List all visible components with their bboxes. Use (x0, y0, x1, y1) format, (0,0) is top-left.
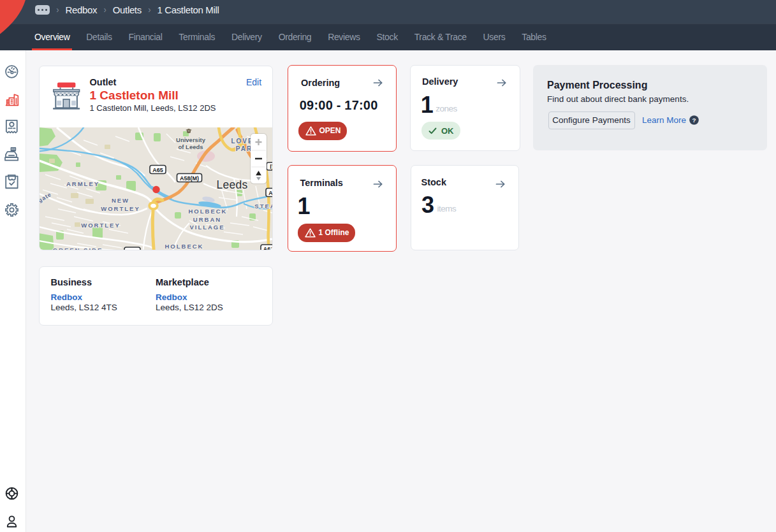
svg-text:University: University (176, 136, 206, 143)
svg-text:l): l) (270, 164, 272, 170)
svg-text:?: ? (692, 116, 696, 123)
svg-text:STEA: STEA (254, 203, 272, 210)
svg-text:NEW: NEW (112, 197, 129, 204)
svg-text:Leeds: Leeds (216, 178, 247, 191)
svg-text:A58(M): A58(M) (180, 175, 199, 182)
svg-text:GREEN SIDE: GREEN SIDE (53, 247, 103, 251)
svg-text:HOLBECK: HOLBECK (165, 243, 204, 250)
svg-text:A65: A65 (152, 167, 163, 173)
svg-text:VILLAGE: VILLAGE (189, 224, 224, 231)
svg-text:of Leeds: of Leeds (178, 143, 203, 150)
svg-text:A62: A62 (127, 248, 138, 250)
svg-text:WORTLEY: WORTLEY (81, 222, 121, 229)
svg-text:A6: A6 (268, 190, 272, 196)
svg-text:ARMLEY: ARMLEY (66, 180, 99, 187)
svg-text:WORTLEY: WORTLEY (101, 205, 140, 212)
svg-text:URBAN: URBAN (193, 216, 221, 223)
svg-text:HOLBECK: HOLBECK (189, 208, 228, 215)
svg-text:A63: A63 (263, 246, 272, 250)
